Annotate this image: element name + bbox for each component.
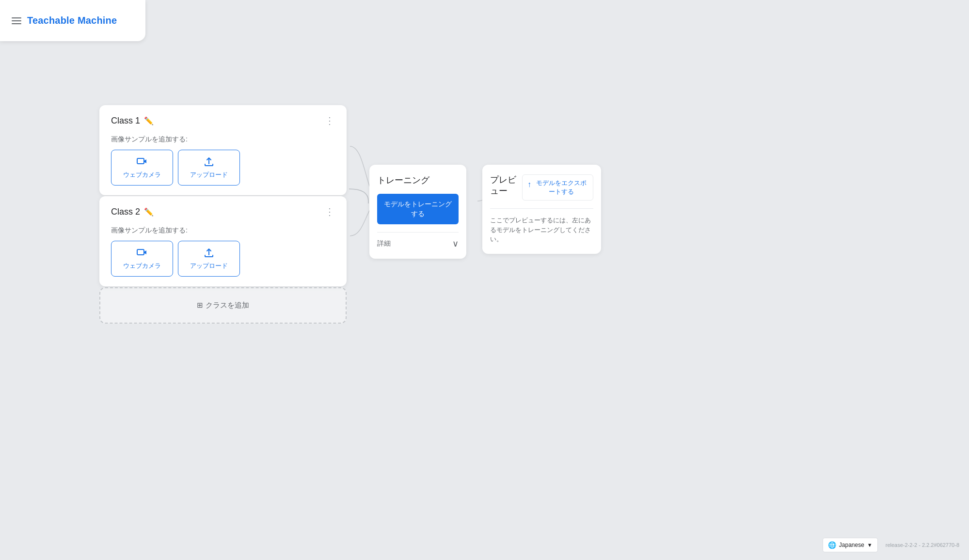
webcam2-icon bbox=[136, 247, 148, 259]
class2-sample-label: 画像サンプルを追加する: bbox=[111, 226, 335, 235]
upload-icon bbox=[203, 156, 215, 168]
export-model-button[interactable]: ↑ モデルをエクスポートする bbox=[522, 174, 593, 201]
training-title: トレーニング bbox=[377, 174, 459, 186]
class1-sample-label: 画像サンプルを追加する: bbox=[111, 135, 335, 144]
class1-more-icon[interactable]: ⋮ bbox=[325, 115, 335, 126]
class2-webcam-button[interactable]: ウェブカメラ bbox=[111, 241, 173, 277]
version-text: release-2-2-2 - 2.2.2#062770-8 bbox=[886, 542, 959, 548]
chevron-down-icon: ∨ bbox=[452, 238, 459, 249]
upload2-icon bbox=[203, 247, 215, 259]
training-card: トレーニング モデルをトレーニングする 詳細 ∨ bbox=[369, 165, 466, 259]
class1-webcam-button[interactable]: ウェブカメラ bbox=[111, 150, 173, 186]
class1-title-group: Class 1 ✏️ bbox=[111, 116, 154, 126]
details-row[interactable]: 詳細 ∨ bbox=[377, 232, 459, 249]
class2-upload-button[interactable]: アップロード bbox=[178, 241, 240, 277]
class2-title-group: Class 2 ✏️ bbox=[111, 207, 154, 217]
class2-button-group: ウェブカメラ アップロード bbox=[111, 241, 335, 277]
class2-title: Class 2 bbox=[111, 207, 140, 217]
footer: 🌐 Japanese ▼ release-2-2-2 - 2.2.2#06277… bbox=[823, 538, 959, 552]
class1-button-group: ウェブカメラ アップロード bbox=[111, 150, 335, 186]
webcam-icon bbox=[136, 156, 148, 168]
export-icon: ↑ bbox=[527, 179, 531, 190]
class2-header: Class 2 ✏️ ⋮ bbox=[111, 206, 335, 218]
menu-icon[interactable] bbox=[12, 17, 21, 24]
train-model-button[interactable]: モデルをトレーニングする bbox=[377, 194, 459, 224]
preview-card: プレビュー ↑ モデルをエクスポートする ここでプレビューするには、左にあるモデ… bbox=[482, 165, 601, 254]
add-class-label: ⊞ クラスを追加 bbox=[197, 301, 249, 310]
details-label: 詳細 bbox=[377, 239, 391, 248]
globe-icon: 🌐 bbox=[828, 541, 836, 549]
preview-header: プレビュー ↑ モデルをエクスポートする bbox=[490, 174, 593, 201]
class1-edit-icon[interactable]: ✏️ bbox=[144, 116, 154, 125]
language-chevron-icon: ▼ bbox=[867, 542, 873, 548]
header: Teachable Machine bbox=[0, 0, 145, 41]
class1-card: Class 1 ✏️ ⋮ 画像サンプルを追加する: ウェブカメラ アップロード bbox=[99, 105, 347, 195]
class1-upload-button[interactable]: アップロード bbox=[178, 150, 240, 186]
app-title: Teachable Machine bbox=[27, 15, 117, 26]
class2-edit-icon[interactable]: ✏️ bbox=[144, 207, 154, 217]
class1-title: Class 1 bbox=[111, 116, 140, 126]
language-label: Japanese bbox=[839, 542, 864, 548]
svg-rect-1 bbox=[137, 249, 144, 255]
language-select[interactable]: 🌐 Japanese ▼ bbox=[823, 538, 878, 552]
preview-hint: ここでプレビューするには、左にあるモデルをトレーニングしてください。 bbox=[490, 208, 593, 244]
preview-title: プレビュー bbox=[490, 174, 522, 197]
class2-more-icon[interactable]: ⋮ bbox=[325, 206, 335, 218]
class2-card: Class 2 ✏️ ⋮ 画像サンプルを追加する: ウェブカメラ アップロード bbox=[99, 196, 347, 286]
add-class-card[interactable]: ⊞ クラスを追加 bbox=[99, 287, 347, 324]
class1-header: Class 1 ✏️ ⋮ bbox=[111, 115, 335, 126]
svg-rect-0 bbox=[137, 158, 144, 164]
